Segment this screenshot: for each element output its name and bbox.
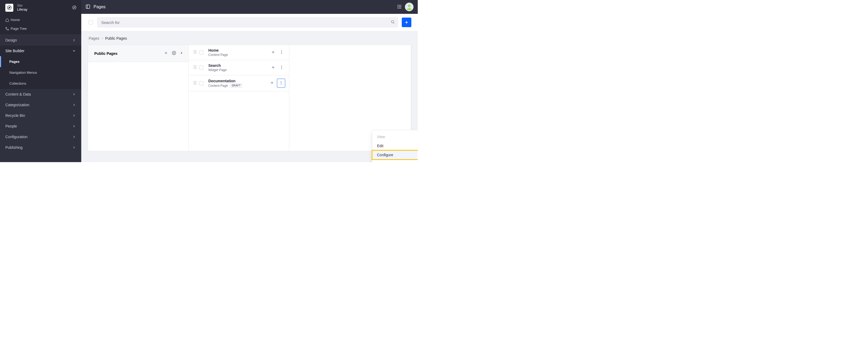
page-row-documentation[interactable]: Documentation Content Page DRAFT xyxy=(189,75,289,91)
col-expand-button[interactable] xyxy=(179,50,185,57)
app-root: Site Liferay Home Page Tree Design xyxy=(0,0,418,162)
page-row-search[interactable]: Search Widget Page xyxy=(189,60,289,75)
row-checkbox[interactable] xyxy=(199,81,204,86)
nav-group-site-builder[interactable]: Site Builder xyxy=(0,45,81,56)
svg-point-54 xyxy=(195,83,196,85)
apps-grid-icon xyxy=(397,4,402,9)
svg-point-15 xyxy=(399,7,400,8)
nav-group-recycle-bin[interactable]: Recycle Bin xyxy=(0,110,81,121)
sidebar-header: Site Liferay xyxy=(0,0,81,15)
page-row-home[interactable]: Home Content Page xyxy=(189,45,289,60)
panel-icon xyxy=(86,4,90,9)
main: Pages Pages xyxy=(81,0,418,162)
svg-point-41 xyxy=(195,67,196,68)
add-page-button[interactable] xyxy=(402,18,411,27)
user-avatar-button[interactable] xyxy=(405,3,413,11)
nav-group-content-data[interactable]: Content & Data xyxy=(0,89,81,100)
row-actions-button[interactable] xyxy=(278,64,285,72)
drag-handle-icon[interactable] xyxy=(193,50,197,55)
site-builder-subnav: Pages Navigation Menus Collections xyxy=(0,56,81,89)
svg-rect-4 xyxy=(6,27,7,28)
svg-point-51 xyxy=(194,82,195,83)
row-text: Search Widget Page xyxy=(208,63,268,72)
row-add-button[interactable] xyxy=(268,79,276,87)
chevron-down-icon xyxy=(72,49,76,53)
row-title: Documentation xyxy=(208,79,267,83)
svg-marker-3 xyxy=(73,7,75,8)
row-actions-button[interactable] xyxy=(277,78,285,88)
site-label: Site xyxy=(17,4,72,7)
row-checkbox[interactable] xyxy=(199,50,204,55)
svg-point-29 xyxy=(194,52,195,53)
row-add-button[interactable] xyxy=(269,64,277,72)
nav-group-design[interactable]: Design xyxy=(0,35,81,45)
tree-icon xyxy=(5,27,11,31)
row-subtitle: Content Page DRAFT xyxy=(208,83,267,88)
drag-handle-icon[interactable] xyxy=(193,65,197,70)
chevron-right-icon xyxy=(72,114,76,117)
svg-line-20 xyxy=(394,23,394,24)
svg-point-37 xyxy=(281,53,282,54)
kebab-icon xyxy=(279,65,284,69)
svg-point-10 xyxy=(400,5,401,6)
nav-group-people[interactable]: People xyxy=(0,121,81,132)
kebab-icon xyxy=(279,81,283,85)
svg-rect-6 xyxy=(86,5,90,8)
menu-edit[interactable]: Edit xyxy=(372,141,418,150)
search-icon xyxy=(391,20,395,25)
user-icon xyxy=(405,3,413,11)
svg-point-36 xyxy=(281,52,282,53)
sidebar-home-label: Home xyxy=(11,18,20,22)
svg-point-58 xyxy=(281,82,282,83)
svg-point-53 xyxy=(194,83,195,85)
svg-point-19 xyxy=(391,21,394,23)
drag-handle-icon[interactable] xyxy=(193,81,197,86)
subnav-pages[interactable]: Pages xyxy=(0,56,81,67)
col-settings-button[interactable] xyxy=(171,50,177,57)
plus-icon xyxy=(271,50,275,54)
column-1: Public Pages xyxy=(88,45,189,151)
svg-point-16 xyxy=(400,7,401,8)
menu-copy-page: Copy Page xyxy=(372,160,418,162)
nav-group-publishing[interactable]: Publishing xyxy=(0,142,81,153)
breadcrumb-root[interactable]: Pages xyxy=(89,36,99,40)
apps-grid-button[interactable] xyxy=(397,4,402,10)
site-switch-button[interactable] xyxy=(72,5,76,10)
topbar: Pages xyxy=(81,0,418,14)
site-logo[interactable] xyxy=(5,4,13,12)
svg-point-18 xyxy=(408,4,410,7)
home-icon xyxy=(5,18,11,22)
subnav-collections[interactable]: Collections xyxy=(0,78,81,89)
chevron-right-icon xyxy=(72,124,76,128)
nav-group-categorization[interactable]: Categorization xyxy=(0,100,81,110)
subnav-navigation-menus[interactable]: Navigation Menus xyxy=(0,67,81,78)
sidebar-page-tree-link[interactable]: Page Tree xyxy=(0,24,81,34)
svg-point-52 xyxy=(195,82,196,83)
select-all-checkbox[interactable] xyxy=(89,20,93,25)
draft-badge: DRAFT xyxy=(230,83,242,88)
site-info: Site Liferay xyxy=(17,4,72,12)
nav-group-configuration[interactable]: Configuration xyxy=(0,132,81,142)
svg-point-43 xyxy=(195,68,196,69)
panel-toggle-button[interactable] xyxy=(86,4,90,10)
svg-point-35 xyxy=(281,50,282,52)
column-1-title: Public Pages xyxy=(94,52,161,56)
toolbar xyxy=(81,14,418,31)
svg-point-50 xyxy=(195,81,196,82)
compass-icon xyxy=(72,5,76,9)
svg-point-27 xyxy=(194,50,195,51)
menu-configure[interactable]: Configure xyxy=(372,150,418,160)
chevron-right-icon xyxy=(72,103,76,107)
search-wrap xyxy=(97,17,398,27)
row-actions-button[interactable] xyxy=(278,48,285,57)
svg-point-11 xyxy=(398,6,398,7)
sidebar-home-link[interactable]: Home xyxy=(0,15,81,24)
svg-point-38 xyxy=(194,66,195,66)
breadcrumb: Pages Public Pages xyxy=(88,36,411,40)
col-add-button[interactable] xyxy=(163,50,169,57)
search-input[interactable] xyxy=(97,17,398,27)
row-add-button[interactable] xyxy=(269,48,277,57)
row-title: Home xyxy=(208,48,268,53)
row-checkbox[interactable] xyxy=(199,66,204,70)
plus-icon xyxy=(270,81,274,85)
